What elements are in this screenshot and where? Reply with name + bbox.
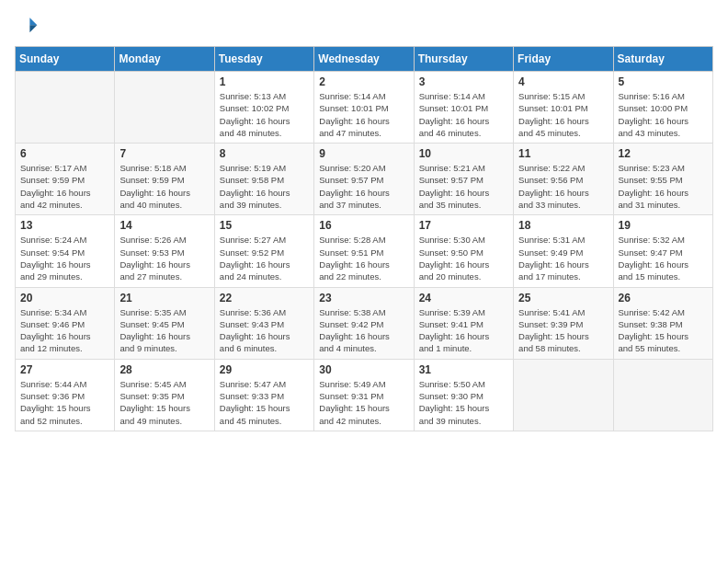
day-number: 27 bbox=[20, 363, 109, 376]
day-number: 14 bbox=[119, 219, 209, 232]
calendar-cell: 14Sunrise: 5:26 AM Sunset: 9:53 PM Dayli… bbox=[115, 215, 214, 287]
day-number: 22 bbox=[220, 292, 309, 304]
calendar-header-row: SundayMondayTuesdayWednesdayThursdayFrid… bbox=[16, 47, 713, 72]
day-info: Sunrise: 5:27 AM Sunset: 9:52 PM Dayligh… bbox=[220, 234, 309, 282]
calendar-cell: 18Sunrise: 5:31 AM Sunset: 9:49 PM Dayli… bbox=[514, 215, 613, 287]
day-info: Sunrise: 5:30 AM Sunset: 9:50 PM Dayligh… bbox=[419, 234, 508, 282]
day-info: Sunrise: 5:50 AM Sunset: 9:30 PM Dayligh… bbox=[419, 378, 508, 427]
calendar-cell: 1Sunrise: 5:13 AM Sunset: 10:02 PM Dayli… bbox=[214, 72, 313, 144]
day-info: Sunrise: 5:20 AM Sunset: 9:57 PM Dayligh… bbox=[319, 162, 408, 211]
day-info: Sunrise: 5:45 AM Sunset: 9:35 PM Dayligh… bbox=[119, 378, 209, 427]
calendar-cell: 8Sunrise: 5:19 AM Sunset: 9:58 PM Daylig… bbox=[214, 144, 313, 215]
day-number: 15 bbox=[220, 219, 309, 232]
day-info: Sunrise: 5:47 AM Sunset: 9:33 PM Dayligh… bbox=[220, 378, 309, 427]
day-info: Sunrise: 5:13 AM Sunset: 10:02 PM Daylig… bbox=[220, 90, 309, 139]
day-info: Sunrise: 5:39 AM Sunset: 9:41 PM Dayligh… bbox=[419, 306, 508, 355]
calendar-cell: 23Sunrise: 5:38 AM Sunset: 9:42 PM Dayli… bbox=[314, 287, 414, 359]
logo-icon bbox=[17, 15, 39, 37]
calendar-cell: 22Sunrise: 5:36 AM Sunset: 9:43 PM Dayli… bbox=[214, 287, 313, 359]
day-info: Sunrise: 5:41 AM Sunset: 9:39 PM Dayligh… bbox=[518, 306, 608, 355]
day-number: 24 bbox=[419, 292, 508, 304]
day-info: Sunrise: 5:24 AM Sunset: 9:54 PM Dayligh… bbox=[20, 234, 109, 282]
day-number: 2 bbox=[319, 75, 408, 88]
calendar-cell: 9Sunrise: 5:20 AM Sunset: 9:57 PM Daylig… bbox=[314, 144, 414, 215]
calendar-cell: 19Sunrise: 5:32 AM Sunset: 9:47 PM Dayli… bbox=[613, 215, 712, 287]
svg-marker-1 bbox=[29, 25, 37, 32]
calendar-cell: 25Sunrise: 5:41 AM Sunset: 9:39 PM Dayli… bbox=[514, 287, 613, 359]
day-info: Sunrise: 5:35 AM Sunset: 9:45 PM Dayligh… bbox=[119, 306, 209, 355]
calendar-cell: 31Sunrise: 5:50 AM Sunset: 9:30 PM Dayli… bbox=[414, 359, 513, 431]
day-info: Sunrise: 5:15 AM Sunset: 10:01 PM Daylig… bbox=[518, 90, 608, 139]
day-number: 18 bbox=[518, 219, 608, 232]
day-number: 25 bbox=[518, 292, 608, 304]
calendar-cell: 6Sunrise: 5:17 AM Sunset: 9:59 PM Daylig… bbox=[16, 144, 115, 215]
day-number: 3 bbox=[419, 75, 508, 88]
calendar-cell: 17Sunrise: 5:30 AM Sunset: 9:50 PM Dayli… bbox=[414, 215, 513, 287]
calendar-cell: 2Sunrise: 5:14 AM Sunset: 10:01 PM Dayli… bbox=[314, 72, 414, 144]
day-info: Sunrise: 5:22 AM Sunset: 9:56 PM Dayligh… bbox=[518, 162, 608, 211]
day-number: 30 bbox=[319, 363, 408, 376]
day-number: 11 bbox=[518, 147, 608, 160]
day-info: Sunrise: 5:19 AM Sunset: 9:58 PM Dayligh… bbox=[220, 162, 309, 211]
calendar-cell: 15Sunrise: 5:27 AM Sunset: 9:52 PM Dayli… bbox=[214, 215, 313, 287]
weekday-header: Thursday bbox=[414, 47, 513, 72]
day-info: Sunrise: 5:17 AM Sunset: 9:59 PM Dayligh… bbox=[20, 162, 109, 211]
calendar-cell: 4Sunrise: 5:15 AM Sunset: 10:01 PM Dayli… bbox=[514, 72, 613, 144]
day-number: 6 bbox=[20, 147, 109, 160]
day-number: 19 bbox=[619, 219, 708, 232]
day-number: 28 bbox=[119, 363, 209, 376]
weekday-header: Friday bbox=[514, 47, 613, 72]
day-info: Sunrise: 5:16 AM Sunset: 10:00 PM Daylig… bbox=[619, 90, 708, 139]
calendar-cell bbox=[16, 72, 115, 144]
calendar-cell: 12Sunrise: 5:23 AM Sunset: 9:55 PM Dayli… bbox=[613, 144, 712, 215]
day-number: 7 bbox=[119, 147, 209, 160]
calendar-cell bbox=[613, 359, 712, 431]
weekday-header: Tuesday bbox=[214, 47, 313, 72]
day-info: Sunrise: 5:36 AM Sunset: 9:43 PM Dayligh… bbox=[220, 306, 309, 355]
day-number: 4 bbox=[518, 75, 608, 88]
calendar-cell: 10Sunrise: 5:21 AM Sunset: 9:57 PM Dayli… bbox=[414, 144, 513, 215]
calendar-cell: 7Sunrise: 5:18 AM Sunset: 9:59 PM Daylig… bbox=[115, 144, 214, 215]
calendar-cell: 21Sunrise: 5:35 AM Sunset: 9:45 PM Dayli… bbox=[115, 287, 214, 359]
day-info: Sunrise: 5:26 AM Sunset: 9:53 PM Dayligh… bbox=[119, 234, 209, 282]
day-number: 16 bbox=[319, 219, 408, 232]
calendar-cell: 13Sunrise: 5:24 AM Sunset: 9:54 PM Dayli… bbox=[16, 215, 115, 287]
calendar-cell: 24Sunrise: 5:39 AM Sunset: 9:41 PM Dayli… bbox=[414, 287, 513, 359]
day-info: Sunrise: 5:23 AM Sunset: 9:55 PM Dayligh… bbox=[619, 162, 708, 211]
day-info: Sunrise: 5:28 AM Sunset: 9:51 PM Dayligh… bbox=[319, 234, 408, 282]
calendar-cell: 20Sunrise: 5:34 AM Sunset: 9:46 PM Dayli… bbox=[16, 287, 115, 359]
logo bbox=[15, 15, 40, 40]
day-number: 20 bbox=[20, 292, 109, 304]
weekday-header: Saturday bbox=[613, 47, 712, 72]
calendar-cell: 29Sunrise: 5:47 AM Sunset: 9:33 PM Dayli… bbox=[214, 359, 313, 431]
calendar-week-row: 20Sunrise: 5:34 AM Sunset: 9:46 PM Dayli… bbox=[16, 287, 713, 359]
calendar-cell: 11Sunrise: 5:22 AM Sunset: 9:56 PM Dayli… bbox=[514, 144, 613, 215]
day-info: Sunrise: 5:14 AM Sunset: 10:01 PM Daylig… bbox=[419, 90, 508, 139]
calendar-week-row: 13Sunrise: 5:24 AM Sunset: 9:54 PM Dayli… bbox=[16, 215, 713, 287]
calendar-week-row: 6Sunrise: 5:17 AM Sunset: 9:59 PM Daylig… bbox=[16, 144, 713, 215]
page-header bbox=[15, 15, 713, 40]
day-info: Sunrise: 5:21 AM Sunset: 9:57 PM Dayligh… bbox=[419, 162, 508, 211]
calendar-week-row: 1Sunrise: 5:13 AM Sunset: 10:02 PM Dayli… bbox=[16, 72, 713, 144]
day-info: Sunrise: 5:49 AM Sunset: 9:31 PM Dayligh… bbox=[319, 378, 408, 427]
day-info: Sunrise: 5:42 AM Sunset: 9:38 PM Dayligh… bbox=[619, 306, 708, 355]
calendar-cell: 16Sunrise: 5:28 AM Sunset: 9:51 PM Dayli… bbox=[314, 215, 414, 287]
day-info: Sunrise: 5:38 AM Sunset: 9:42 PM Dayligh… bbox=[319, 306, 408, 355]
calendar-cell: 3Sunrise: 5:14 AM Sunset: 10:01 PM Dayli… bbox=[414, 72, 513, 144]
svg-marker-0 bbox=[29, 17, 37, 25]
day-number: 21 bbox=[119, 292, 209, 304]
calendar-cell: 30Sunrise: 5:49 AM Sunset: 9:31 PM Dayli… bbox=[314, 359, 414, 431]
day-number: 23 bbox=[319, 292, 408, 304]
calendar-cell: 5Sunrise: 5:16 AM Sunset: 10:00 PM Dayli… bbox=[613, 72, 712, 144]
day-info: Sunrise: 5:14 AM Sunset: 10:01 PM Daylig… bbox=[319, 90, 408, 139]
calendar-cell: 27Sunrise: 5:44 AM Sunset: 9:36 PM Dayli… bbox=[16, 359, 115, 431]
day-info: Sunrise: 5:44 AM Sunset: 9:36 PM Dayligh… bbox=[20, 378, 109, 427]
calendar-cell: 26Sunrise: 5:42 AM Sunset: 9:38 PM Dayli… bbox=[613, 287, 712, 359]
calendar-table: SundayMondayTuesdayWednesdayThursdayFrid… bbox=[15, 46, 713, 431]
day-number: 1 bbox=[220, 75, 309, 88]
calendar-cell bbox=[514, 359, 613, 431]
day-info: Sunrise: 5:34 AM Sunset: 9:46 PM Dayligh… bbox=[20, 306, 109, 355]
day-info: Sunrise: 5:31 AM Sunset: 9:49 PM Dayligh… bbox=[518, 234, 608, 282]
day-number: 31 bbox=[419, 363, 508, 376]
day-number: 29 bbox=[220, 363, 309, 376]
